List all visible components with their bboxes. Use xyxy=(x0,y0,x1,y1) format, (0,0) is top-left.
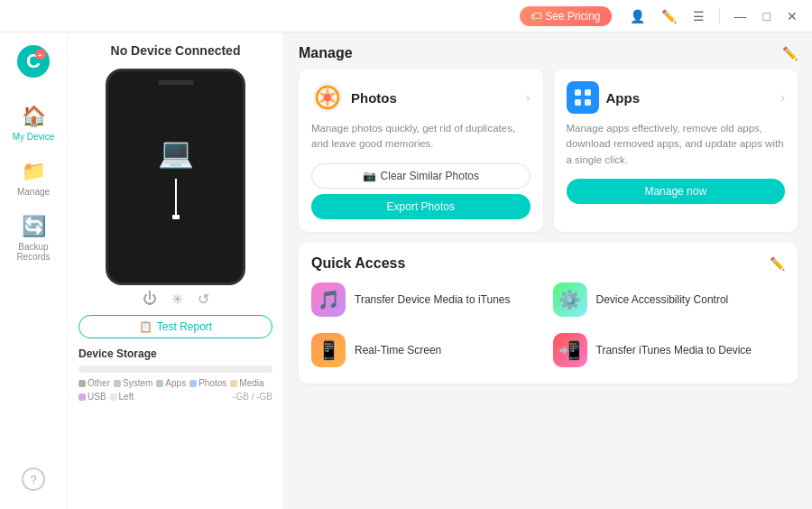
see-pricing-label: See Pricing xyxy=(545,10,600,23)
test-report-label: Test Report xyxy=(157,320,212,333)
apps-card-top: Apps › xyxy=(567,81,786,114)
right-panel: Manage ✏️ xyxy=(284,32,812,509)
sidebar: C + 🏠 My Device 📁 Manage 🔄 Backup Record… xyxy=(0,32,68,509)
sidebar-label-backup: Backup Records xyxy=(16,242,50,262)
manage-section: Manage ✏️ xyxy=(299,45,798,232)
svg-rect-9 xyxy=(575,99,581,106)
phone-mockup: 💻 xyxy=(106,69,245,285)
content-area: No Device Connected 💻 ⏻ ✳ ↺ xyxy=(68,32,812,509)
clear-similar-label: Clear Similar Photos xyxy=(381,170,479,182)
backup-icon: 🔄 xyxy=(22,215,46,238)
laptop-icon: 💻 xyxy=(158,135,194,170)
power-icon: ⏻ xyxy=(143,291,157,308)
manage-icon: 📁 xyxy=(22,160,46,183)
legend-usb: USB xyxy=(78,392,106,402)
quick-access-grid: 🎵 Transfer Device Media to iTunes ⚙️ Dev… xyxy=(311,279,785,371)
svg-rect-7 xyxy=(575,89,581,96)
legend-apps: Apps xyxy=(156,378,186,388)
cable-line xyxy=(175,179,177,215)
device-title: No Device Connected xyxy=(111,43,241,58)
refresh-icon: ↺ xyxy=(198,291,209,308)
quick-item-transfer-itunes[interactable]: 📲 Transfer iTunes Media to Device xyxy=(553,329,786,371)
photos-chevron-icon: › xyxy=(526,90,531,105)
device-main: No Device Connected 💻 ⏻ ✳ ↺ xyxy=(68,32,812,509)
svg-rect-8 xyxy=(585,89,591,96)
phone-content: 💻 xyxy=(158,135,194,219)
user-icon[interactable]: 👤 xyxy=(624,7,651,25)
sidebar-label-manage: Manage xyxy=(17,187,50,197)
manage-edit-icon[interactable]: ✏️ xyxy=(782,46,798,60)
accessibility-icon: ⚙️ xyxy=(553,282,587,317)
divider xyxy=(719,9,720,23)
quick-item-accessibility[interactable]: ⚙️ Device Accessibility Control xyxy=(553,279,786,320)
clear-similar-button[interactable]: 📷 Clear Similar Photos xyxy=(311,163,531,189)
apps-chevron-icon: › xyxy=(780,90,785,105)
sidebar-item-my-device[interactable]: 🏠 My Device xyxy=(0,96,67,151)
cable-icon xyxy=(172,179,180,219)
phone-controls: ⏻ ✳ ↺ xyxy=(143,291,209,308)
help-button[interactable]: ? xyxy=(22,467,45,491)
legend-media: Media xyxy=(230,378,263,388)
menu-icon[interactable]: ☰ xyxy=(687,7,710,25)
pricing-icon: 🏷 xyxy=(531,10,541,23)
close-button[interactable]: ✕ xyxy=(781,7,803,25)
photos-card-icon xyxy=(311,81,344,114)
spinner-icon: ✳ xyxy=(171,291,183,308)
manage-now-button[interactable]: Manage now xyxy=(567,179,786,204)
sidebar-item-backup[interactable]: 🔄 Backup Records xyxy=(0,206,67,271)
minimize-button[interactable]: — xyxy=(729,7,752,25)
photos-card: Photos › Manage photos quickly, get rid … xyxy=(299,69,543,232)
legend-left: Left xyxy=(110,392,134,402)
accessibility-label: Device Accessibility Control xyxy=(596,293,729,306)
device-storage: Device Storage Other System xyxy=(78,347,272,402)
export-photos-button[interactable]: Export Photos xyxy=(311,194,531,219)
quick-access-title: Quick Access xyxy=(311,255,405,272)
photos-card-desc: Manage photos quickly, get rid of duplic… xyxy=(311,121,531,153)
apps-card-desc: Manage apps effectively, remove old apps… xyxy=(567,121,786,168)
report-icon: 📋 xyxy=(139,320,152,333)
apps-card-title: Apps xyxy=(606,90,641,106)
manage-now-label: Manage now xyxy=(644,185,706,198)
apps-title-wrap: Apps xyxy=(567,81,641,114)
quick-access-edit-icon[interactable]: ✏️ xyxy=(770,256,785,271)
quick-access-section: Quick Access ✏️ 🎵 Transfer Device Media … xyxy=(299,243,798,384)
storage-legend: Other System Apps Photos xyxy=(78,378,272,402)
export-photos-label: Export Photos xyxy=(387,200,455,213)
sidebar-item-manage[interactable]: 📁 Manage xyxy=(0,151,67,206)
storage-title: Device Storage xyxy=(78,347,272,360)
camera-icon: 📷 xyxy=(363,170,376,182)
main-layout: C + 🏠 My Device 📁 Manage 🔄 Backup Record… xyxy=(0,32,812,509)
storage-size: -GB / -GB xyxy=(233,392,272,402)
storage-bar xyxy=(78,366,272,373)
transfer-itunes-icon: 📲 xyxy=(553,333,587,367)
my-device-icon: 🏠 xyxy=(22,105,46,128)
sidebar-label-my-device: My Device xyxy=(13,132,55,142)
manage-cards: Photos › Manage photos quickly, get rid … xyxy=(299,69,798,232)
screen-icon: 📱 xyxy=(311,333,346,367)
app-logo: C + xyxy=(14,42,53,81)
manage-header: Manage ✏️ xyxy=(299,45,798,61)
quick-item-itunes[interactable]: 🎵 Transfer Device Media to iTunes xyxy=(311,279,544,320)
cable-plug xyxy=(172,215,180,219)
see-pricing-button[interactable]: 🏷 See Pricing xyxy=(520,6,611,26)
quick-item-screen[interactable]: 📱 Real-Time Screen xyxy=(311,329,544,371)
legend-photos: Photos xyxy=(189,378,226,388)
sidebar-bottom: ? xyxy=(22,467,45,500)
transfer-itunes-label: Transfer iTunes Media to Device xyxy=(596,344,752,356)
title-bar-actions: 🏷 See Pricing 👤 ✏️ ☰ — □ ✕ xyxy=(520,6,803,26)
svg-text:+: + xyxy=(38,51,42,60)
maximize-button[interactable]: □ xyxy=(758,7,776,25)
edit-icon[interactable]: ✏️ xyxy=(656,7,682,25)
quick-access-header: Quick Access ✏️ xyxy=(311,255,785,272)
legend-other: Other xyxy=(78,378,110,388)
photos-card-title: Photos xyxy=(351,90,397,106)
legend-system: System xyxy=(114,378,152,388)
screen-label: Real-Time Screen xyxy=(355,344,441,356)
title-bar: 🏷 See Pricing 👤 ✏️ ☰ — □ ✕ xyxy=(0,0,812,32)
manage-title: Manage xyxy=(299,45,353,61)
svg-point-6 xyxy=(324,94,331,101)
itunes-icon: 🎵 xyxy=(311,282,346,317)
itunes-label: Transfer Device Media to iTunes xyxy=(355,293,511,306)
test-report-button[interactable]: 📋 Test Report xyxy=(78,315,272,338)
svg-rect-10 xyxy=(585,99,591,106)
